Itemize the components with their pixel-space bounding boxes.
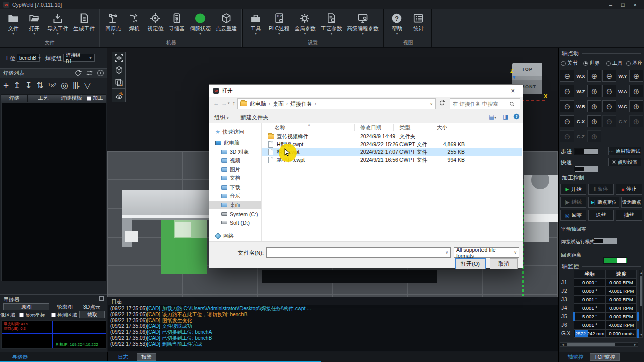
refresh-icon[interactable] bbox=[439, 100, 448, 109]
ribbon-item-file[interactable]: 文件 ▾ bbox=[5, 11, 21, 35]
jog-plus-button[interactable]: ⊕ bbox=[587, 115, 601, 127]
layers-icon[interactable] bbox=[112, 76, 125, 88]
jog-plus-button[interactable]: ⊕ bbox=[587, 70, 601, 82]
stop-button[interactable]: ■停止 bbox=[616, 184, 642, 195]
tab-3d-pointcloud[interactable]: 3D点云 bbox=[78, 304, 105, 311]
refresh-icon[interactable] bbox=[74, 69, 82, 78]
reorder-icon[interactable]: ⇅ bbox=[37, 81, 44, 91]
search-input[interactable] bbox=[453, 101, 509, 107]
weld-group-select[interactable]: 焊接组B1▼ bbox=[63, 54, 95, 62]
jog-plus-button[interactable]: ⊕ bbox=[587, 130, 601, 142]
step-toggle[interactable] bbox=[574, 148, 598, 155]
scroll-up-icon[interactable]: ▲ bbox=[640, 271, 643, 275]
scroll-right-icon[interactable]: ► bbox=[634, 343, 637, 347]
jog-mode-world[interactable]: 世界 bbox=[583, 60, 600, 67]
cancel-button[interactable]: 取消 bbox=[490, 258, 518, 269]
jog-minus-button[interactable]: ⊖ bbox=[602, 100, 616, 112]
filename-text-input[interactable] bbox=[269, 250, 440, 256]
jog-mode-joint[interactable]: 关节 bbox=[561, 60, 578, 67]
jog-minus-button[interactable]: ⊖ bbox=[602, 70, 616, 82]
jog-plus-button[interactable]: ⊕ bbox=[629, 115, 643, 127]
sliders-icon[interactable]: |||▾ bbox=[73, 80, 79, 92]
nut-icon[interactable]: ◎ bbox=[61, 81, 68, 91]
jog-plus-button[interactable]: ⊕ bbox=[629, 70, 643, 82]
nav-cube-edge[interactable] bbox=[512, 76, 542, 80]
column-header-date-modified[interactable]: 修改日期 bbox=[360, 123, 381, 132]
ribbon-item-tools[interactable]: 工具 ▾ bbox=[248, 11, 264, 35]
move-top-icon[interactable]: ↥ bbox=[13, 81, 20, 91]
tab-axis-monitor[interactable]: 轴监控 bbox=[564, 353, 588, 361]
jog-settings-button[interactable]: 点动设置 bbox=[608, 158, 641, 166]
column-header-name[interactable]: 名称 bbox=[275, 123, 285, 132]
play-circle-icon[interactable] bbox=[97, 69, 104, 78]
iso-view-cube-icon[interactable] bbox=[112, 64, 125, 76]
minimize-button[interactable]: – bbox=[609, 1, 612, 9]
view-mode-icon[interactable]: ▤▾ bbox=[489, 113, 496, 120]
ribbon-item-plc-process[interactable]: PLC PLC过程 ▾ bbox=[269, 11, 289, 35]
jog-mode-base[interactable]: 基座 bbox=[626, 60, 643, 67]
sidebar-item-network[interactable]: 网络 bbox=[209, 232, 261, 240]
breakpoint-locate-button[interactable]: ▶|断点定位 bbox=[588, 197, 619, 208]
wire-retract-button[interactable]: 抽丝 bbox=[616, 210, 642, 221]
capture-button[interactable]: 截取 bbox=[79, 311, 105, 318]
filter-icon[interactable]: ▽ bbox=[84, 81, 91, 91]
general-axis-debug-button[interactable]: ⋯通用轴调试 bbox=[608, 147, 641, 155]
ribbon-item-initial-position[interactable]: 初定位 bbox=[147, 11, 164, 35]
ribbon-item-welder[interactable]: 焊机 bbox=[126, 11, 142, 35]
jog-minus-button[interactable]: ⊖ bbox=[560, 85, 574, 97]
sidebar-item-this-pc[interactable]: 此电脑 bbox=[209, 139, 261, 147]
scrollbar-thumb[interactable] bbox=[567, 343, 615, 346]
scrollbar-thumb[interactable] bbox=[640, 276, 642, 306]
home-button[interactable]: ◎回零 bbox=[560, 210, 586, 221]
column-header-seam[interactable]: 焊缝 bbox=[1, 94, 28, 102]
tab-log[interactable]: 日志 bbox=[114, 353, 132, 361]
breadcrumb-item[interactable]: 此电脑 bbox=[250, 100, 266, 108]
breadcrumb-item[interactable]: 焊接任务 bbox=[290, 100, 312, 108]
station-select[interactable]: benchB▼ bbox=[17, 54, 40, 62]
swap-order-icon[interactable]: ¹×² bbox=[48, 81, 56, 91]
checkbox-icon[interactable] bbox=[19, 313, 24, 317]
sidebar-item-3d-objects[interactable]: 3D 对象 bbox=[209, 148, 261, 156]
up-icon[interactable]: ↑ bbox=[232, 100, 235, 107]
filetype-select[interactable]: All supported file formats ∨ bbox=[454, 247, 519, 258]
sidebar-item-documents[interactable]: 文档 bbox=[209, 174, 261, 183]
ribbon-item-statistics[interactable]: 统计 bbox=[410, 11, 426, 35]
file-row[interactable]: H型钢.cwpt 2024/9/22 15:26 CWPT 文件 4,869 K… bbox=[262, 141, 522, 149]
continue-button[interactable]: |▶继续 bbox=[560, 197, 586, 208]
sidebar-item-music[interactable]: 音乐 bbox=[209, 192, 261, 200]
checkbox-icon[interactable] bbox=[87, 96, 91, 101]
jog-minus-button[interactable]: ⊖ bbox=[560, 70, 574, 82]
breadcrumb-item[interactable]: 桌面 bbox=[273, 100, 284, 108]
close-icon[interactable]: × bbox=[507, 87, 519, 95]
ribbon-item-seam-finder[interactable]: 寻缝器 bbox=[169, 11, 185, 35]
add-icon[interactable]: + bbox=[3, 81, 9, 91]
column-header-process[interactable]: 工艺 bbox=[28, 94, 59, 102]
file-row[interactable]: 箱型柱.cwpt 2024/9/21 16:56 CWPT 文件 994 KB bbox=[262, 156, 522, 164]
back-icon[interactable]: ← bbox=[213, 100, 219, 107]
ribbon-item-home-origin[interactable]: 回原点 ▾ bbox=[105, 11, 121, 35]
tab-tcp-monitor[interactable]: TCP监控 bbox=[590, 353, 620, 361]
forward-icon[interactable]: → bbox=[221, 100, 227, 107]
tab-alarm[interactable]: 报警 bbox=[137, 353, 156, 361]
history-chevron-icon[interactable]: ▾ bbox=[228, 101, 230, 105]
jog-plus-button[interactable]: ⊕ bbox=[587, 100, 601, 112]
sidebar-item-videos[interactable]: 视频 bbox=[209, 156, 261, 165]
sidebar-item-system-c[interactable]: System (C:) bbox=[209, 210, 261, 218]
open-button[interactable]: 打开(O) bbox=[455, 258, 486, 269]
translation-home-toggle[interactable] bbox=[593, 238, 617, 244]
dialog-titlebar[interactable]: w 打开 × bbox=[209, 85, 523, 97]
column-header-size[interactable]: 大小 bbox=[437, 123, 447, 132]
workpiece-beam[interactable] bbox=[122, 190, 214, 215]
maximize-button[interactable]: □ bbox=[621, 1, 625, 9]
column-header-template[interactable]: 焊缝模板 bbox=[59, 94, 84, 102]
show-coords-checkbox[interactable]: 显示坐标 bbox=[19, 312, 45, 319]
scroll-down-icon[interactable]: ▼ bbox=[640, 333, 643, 337]
set-breakpoint-button[interactable]: 设为断点 bbox=[621, 197, 642, 208]
sidebar-item-pictures[interactable]: 图片 bbox=[209, 165, 261, 174]
jog-minus-button[interactable]: ⊖ bbox=[560, 130, 574, 142]
checkbox-icon[interactable] bbox=[51, 313, 56, 317]
sync-icon[interactable] bbox=[85, 69, 94, 78]
jog-minus-button[interactable]: ⊖ bbox=[560, 100, 574, 112]
help-icon[interactable]: ? bbox=[513, 113, 520, 121]
jog-mode-tool[interactable]: 工具 bbox=[606, 60, 623, 67]
